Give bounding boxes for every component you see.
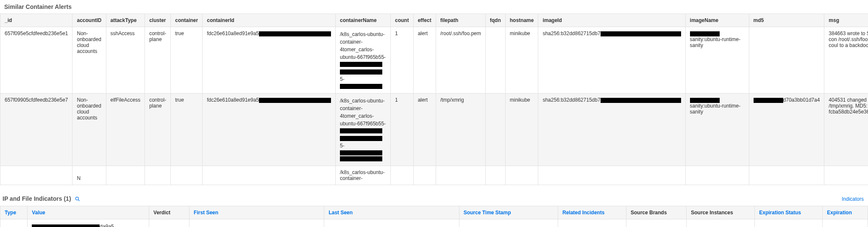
col-id[interactable]: _id	[0, 14, 72, 27]
cell-imageid: sha256:b32dd862715db7	[538, 94, 685, 166]
cell-effect: alert	[413, 94, 436, 166]
cell-imageid	[538, 166, 685, 185]
redacted-block	[340, 128, 382, 133]
table-row[interactable]: 657f09905cfdfeedb236e5e7 Non-onboarded c…	[0, 94, 868, 166]
cell-accountid: Non-onboarded cloud accounts	[72, 27, 106, 94]
cell-accountid: N	[72, 166, 106, 185]
col-sourceinstances[interactable]: Source Instances	[687, 206, 755, 219]
redacted-block	[340, 62, 382, 67]
search-icon[interactable]	[74, 196, 81, 202]
redacted-block	[601, 98, 681, 103]
redacted-block	[601, 31, 681, 36]
cell-containername: /k8s_carlos-ubuntu-container-	[336, 166, 391, 185]
col-cluster[interactable]: cluster	[145, 14, 171, 27]
cell-msg: 384663 wrote to SSH con /root/.ssh/foo.p…	[824, 27, 868, 94]
containerid-prefix: fdc26e610a8ed91e9a5	[207, 30, 259, 36]
cell-imagename: sanity:ubuntu-runtime-sanity	[685, 94, 749, 166]
col-firstseen[interactable]: First Seen	[189, 206, 324, 219]
cell-count	[391, 166, 414, 185]
cell-containerid: fdc26e610a8ed91e9a5	[203, 94, 336, 166]
cell-expiration: Never	[823, 219, 868, 227]
table-row[interactable]: 657f095e5cfdfeedb236e5e1 Non-onboarded c…	[0, 27, 868, 94]
col-value[interactable]: Value	[28, 206, 149, 219]
col-count[interactable]: count	[391, 14, 414, 27]
cell-imageid: sha256:b32dd862715db7	[538, 27, 685, 94]
cell-cluster	[145, 166, 171, 185]
cell-hostname: minikube	[505, 94, 538, 166]
cell-sourcetimestamp: December 17, 2023 4:45 PM	[459, 219, 558, 227]
redacted-block	[259, 98, 331, 103]
cell-container: true	[171, 27, 203, 94]
col-filepath[interactable]: filepath	[436, 14, 485, 27]
col-type[interactable]: Type	[0, 206, 28, 219]
cell-lastseen: December 17, 2023 4:55 PM 1@30	[324, 219, 459, 227]
redacted-block	[340, 150, 382, 155]
alerts-table-container[interactable]: _id accountID attackType cluster contain…	[0, 14, 868, 185]
cell-md5	[749, 27, 824, 94]
cell-containername: /k8s_carlos-ubuntu-container-4tomer_carl…	[336, 27, 391, 94]
cell-hostname	[505, 166, 538, 185]
alerts-header-row: _id accountID attackType cluster contain…	[0, 14, 868, 27]
indicators-table-container: Type Value Verdict First Seen Last Seen …	[0, 206, 868, 227]
cell-cluster: control-plane	[145, 27, 171, 94]
indicators-title-text: IP and File Indicators (1)	[3, 195, 71, 202]
value-prefix: da9a5	[100, 224, 114, 227]
cell-md5: d70a3bb01d7a4	[749, 94, 824, 166]
table-row[interactable]: N /k8s_carlos-ubuntu-container-	[0, 166, 868, 185]
cell-attacktype: elfFileAccess	[106, 94, 145, 166]
col-attacktype[interactable]: attackType	[106, 14, 145, 27]
cell-fqdn	[485, 94, 505, 166]
col-accountid[interactable]: accountID	[72, 14, 106, 27]
imagename-text: sanity:ubuntu-runtime-sanity	[690, 36, 740, 48]
col-sourcebrands[interactable]: Source Brands	[626, 206, 686, 219]
col-containerid[interactable]: containerId	[203, 14, 336, 27]
cell-fqdn	[485, 27, 505, 94]
indicators-link[interactable]: Indicators	[842, 196, 864, 202]
cell-relatedincidents[interactable]: 4	[558, 219, 626, 227]
redacted-block	[690, 98, 720, 103]
indicators-table: Type Value Verdict First Seen Last Seen …	[0, 206, 868, 227]
cell-effect: alert	[413, 27, 436, 94]
col-container[interactable]: container	[171, 14, 203, 27]
cell-containerid: fdc26e610a8ed91e9a5	[203, 27, 336, 94]
col-verdict[interactable]: Verdict	[149, 206, 189, 219]
cell-filepath: /tmp/xmrig	[436, 94, 485, 166]
table-row[interactable]: File da9a5 e20e041c8c9770fa6b15e Unknown…	[0, 219, 868, 227]
cell-value: da9a5 e20e041c8c9770fa6b15e	[28, 219, 149, 227]
cell-id: 657f095e5cfdfeedb236e5e1	[0, 27, 72, 94]
cell-expirationstatus: Active	[755, 219, 823, 227]
cell-fqdn	[485, 166, 505, 185]
col-containername[interactable]: containerName	[336, 14, 391, 27]
col-effect[interactable]: effect	[413, 14, 436, 27]
col-relatedincidents[interactable]: Related Incidents	[558, 206, 626, 219]
col-sourcetimestamp[interactable]: Source Time Stamp	[459, 206, 558, 219]
indicators-header-row: Type Value Verdict First Seen Last Seen …	[0, 206, 868, 219]
cell-effect	[413, 166, 436, 185]
col-md5[interactable]: md5	[749, 14, 824, 27]
col-hostname[interactable]: hostname	[505, 14, 538, 27]
cell-verdict: Unknown	[149, 219, 189, 227]
redacted-suffix: 5-	[340, 76, 345, 82]
redacted-block	[690, 31, 720, 36]
cell-container	[171, 166, 203, 185]
cell-msg	[824, 166, 868, 185]
containername-prefix: /k8s_carlos-ubuntu-container-4tomer_carl…	[340, 30, 386, 61]
md5-suffix: d70a3bb01d7a4	[783, 97, 820, 103]
redacted-block	[340, 84, 382, 89]
redacted-block	[340, 156, 382, 161]
redacted-block	[32, 224, 100, 227]
svg-line-1	[78, 200, 80, 201]
col-fqdn[interactable]: fqdn	[485, 14, 505, 27]
cell-sourcebrands	[626, 219, 686, 227]
cell-attacktype	[106, 166, 145, 185]
col-expiration[interactable]: Expiration	[823, 206, 868, 219]
col-expirationstatus[interactable]: Expiration Status	[755, 206, 823, 219]
cell-imagename: sanity:ubuntu-runtime-sanity	[685, 27, 749, 94]
cell-attacktype: sshAccess	[106, 27, 145, 94]
col-imagename[interactable]: imageName	[685, 14, 749, 27]
col-msg[interactable]: msg	[824, 14, 868, 27]
col-lastseen[interactable]: Last Seen	[324, 206, 459, 219]
cell-container: true	[171, 94, 203, 166]
col-imageid[interactable]: imageId	[538, 14, 685, 27]
cell-md5	[749, 166, 824, 185]
